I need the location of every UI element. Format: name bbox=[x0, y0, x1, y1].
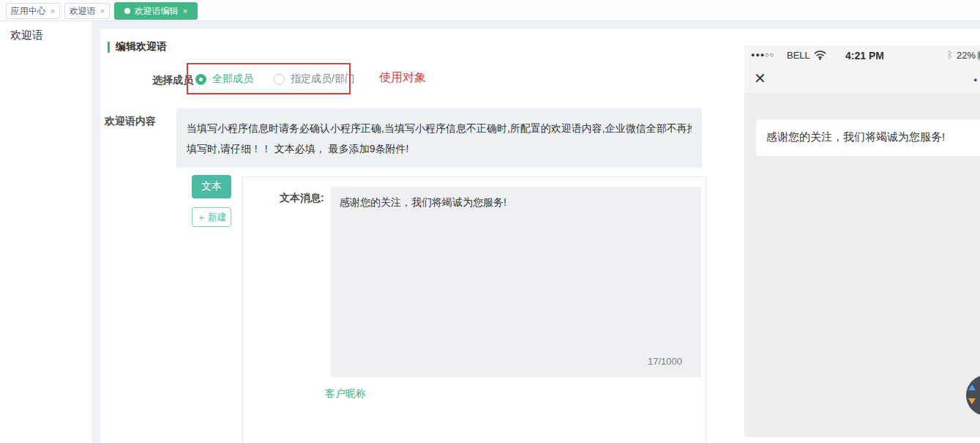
message-editor-panel: 文本消息: 感谢您的关注，我们将竭诚为您服务! 17/1000 客户昵称 bbox=[242, 176, 706, 443]
notice-line: 当填写小程序信息时请务必确认小程序正确,当填写小程序信息不正确时,所配置的欢迎语… bbox=[187, 118, 692, 138]
more-menu-icon[interactable]: · bbox=[973, 71, 979, 90]
page-title: 编辑欢迎语 bbox=[116, 40, 167, 53]
clock-label: 4:21 PM bbox=[845, 50, 884, 62]
notice-box: 当填写小程序信息时请务必确认小程序正确,当填写小程序信息不正确时,所配置的欢迎语… bbox=[176, 108, 702, 168]
tab-label: 欢迎语 bbox=[70, 5, 96, 18]
tab-close-icon[interactable]: × bbox=[51, 7, 55, 15]
message-bubble: 感谢您的关注，我们将竭诚为您服务! bbox=[756, 119, 980, 156]
message-label: 文本消息: bbox=[280, 192, 324, 205]
add-new-button[interactable]: ＋ 新建 bbox=[192, 207, 231, 227]
tab-label: 应用中心 bbox=[11, 5, 46, 18]
section-header: 编辑欢迎语 bbox=[108, 40, 167, 53]
message-text: 感谢您的关注，我们将竭诚为您服务! bbox=[340, 196, 506, 208]
tab-welcome-edit[interactable]: 欢迎语编辑 × bbox=[114, 2, 198, 20]
wifi-icon bbox=[814, 50, 826, 63]
page-background bbox=[91, 21, 980, 28]
text-type-button[interactable]: 文本 bbox=[192, 175, 231, 198]
signal-strength-icon: ●●●○○ bbox=[751, 51, 774, 59]
content-label: 欢迎语内容 bbox=[105, 115, 156, 128]
carrier-label: BELL bbox=[787, 50, 810, 61]
tab-close-icon[interactable]: × bbox=[183, 7, 187, 15]
section-accent-bar bbox=[108, 42, 110, 53]
active-dot-icon bbox=[124, 8, 130, 14]
tab-close-icon[interactable]: × bbox=[100, 7, 105, 15]
annotation-highlight-box bbox=[187, 63, 351, 94]
battery-percent-label: 22% bbox=[957, 50, 976, 61]
phone-nav-bar: ✕ · bbox=[744, 65, 980, 93]
phone-status-bar: ●●●○○ BELL 4:21 PM ᛒ 22% bbox=[744, 45, 980, 65]
app-window: 应用中心 × 欢迎语 × 欢迎语编辑 × 欢迎语 编辑欢迎语 选择成员 全部成员 bbox=[0, 0, 980, 443]
tab-label: 欢迎语编辑 bbox=[135, 5, 179, 18]
notice-line: 填写时,请仔细！！ 文本必填， 最多添加9条附件! bbox=[187, 138, 692, 159]
plus-icon: ＋ bbox=[197, 211, 206, 224]
orange-arrow-icon bbox=[968, 398, 976, 404]
tab-app-center[interactable]: 应用中心 × bbox=[6, 3, 60, 19]
chat-preview-area: 感谢您的关注，我们将竭诚为您服务! bbox=[744, 93, 980, 437]
tab-bar: 应用中心 × 欢迎语 × 欢迎语编辑 × bbox=[0, 0, 980, 21]
annotation-text: 使用对象 bbox=[379, 70, 426, 86]
close-icon[interactable]: ✕ bbox=[754, 71, 766, 86]
blue-arrow-icon bbox=[968, 384, 976, 390]
message-textarea[interactable]: 感谢您的关注，我们将竭诚为您服务! 17/1000 bbox=[331, 187, 701, 377]
add-new-label: 新建 bbox=[208, 211, 227, 224]
sidebar-item-welcome[interactable]: 欢迎语 bbox=[10, 29, 43, 42]
bluetooth-icon: ᛒ bbox=[947, 49, 953, 60]
phone-preview: ●●●○○ BELL 4:21 PM ᛒ 22% ✕ · 感谢您的关注，我们将竭… bbox=[744, 45, 980, 437]
customer-nickname-link[interactable]: 客户昵称 bbox=[325, 387, 366, 401]
tab-welcome[interactable]: 欢迎语 × bbox=[64, 3, 110, 19]
char-counter: 17/1000 bbox=[648, 354, 682, 370]
page-gutter bbox=[91, 21, 100, 443]
sidebar: 欢迎语 bbox=[0, 21, 91, 443]
